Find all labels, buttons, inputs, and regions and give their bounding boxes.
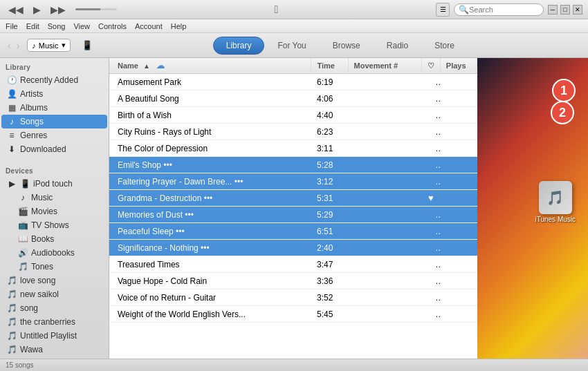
genres-icon: ≡ <box>7 131 17 140</box>
song-name-cell: Significance - Nothing ••• <box>109 240 311 256</box>
menu-account[interactable]: Account <box>135 22 163 30</box>
minimize-button[interactable]: ─ <box>548 5 558 15</box>
sidebar-item-artists[interactable]: 👤 Artists <box>1 87 107 101</box>
song-heart-cell[interactable]: ♡ <box>421 107 440 124</box>
col-time[interactable]: Time <box>311 58 348 74</box>
col-name[interactable]: Name ▲ ☁ <box>109 58 311 74</box>
table-row[interactable]: Amusement Park6:19♡ <box>109 74 477 91</box>
sidebar-item-audiobooks[interactable]: 🔊 Audiobooks <box>1 246 107 260</box>
new-saikol-icon: 🎵 <box>7 289 17 299</box>
sidebar-item-movies[interactable]: 🎬 Movies <box>1 204 107 218</box>
sidebar-label-untitled-playlist: Untitled Playlist <box>20 331 77 341</box>
table-row[interactable]: Grandma - Destruction •••5:31♥ <box>109 190 477 207</box>
table-row[interactable]: Treasured Times3:47♡ <box>109 256 477 273</box>
love-song-icon: 🎵 <box>7 276 17 285</box>
maximize-button[interactable]: □ <box>560 5 570 15</box>
sidebar-item-music[interactable]: ♪ Music <box>1 191 107 204</box>
list-view-icon[interactable]: ☰ <box>436 3 450 17</box>
tab-bar: Library For You Browse Radio Store <box>213 37 468 55</box>
table-row[interactable]: City Ruins - Rays of Light6:23♡ <box>109 124 477 140</box>
song-heart-cell[interactable]: ♡ <box>421 273 440 289</box>
table-row[interactable]: A Beautiful Song4:06♡ <box>109 91 477 107</box>
back-button[interactable]: ‹ <box>6 40 13 51</box>
sidebar-item-songs[interactable]: ♪ Songs <box>1 115 107 129</box>
close-button[interactable]: ✕ <box>573 5 582 15</box>
song-name-cell: Emil's Shop ••• <box>109 157 311 173</box>
untitled-playlist-icon: 🎵 <box>7 331 17 341</box>
prev-button[interactable]: ◀◀ <box>6 3 26 17</box>
song-heart-cell[interactable]: ♡ <box>421 173 440 190</box>
menu-song[interactable]: Song <box>48 22 66 30</box>
menu-file[interactable]: File <box>6 22 18 30</box>
sidebar-item-recently-added[interactable]: 🕐 Recently Added <box>1 73 107 87</box>
sidebar-item-downloaded[interactable]: ⬇ Downloaded <box>1 142 107 156</box>
song-heart-cell[interactable]: ♡ <box>421 223 440 240</box>
sidebar-item-ipod-touch[interactable]: ▶ 📱 iPod touch <box>1 177 107 191</box>
sidebar-item-tv-shows[interactable]: 📺 TV Shows <box>1 218 107 232</box>
sidebar-item-wawa[interactable]: 🎵 Wawa <box>1 343 107 356</box>
sidebar-item-new-saikol[interactable]: 🎵 new saikol <box>1 287 107 301</box>
table-row[interactable]: Faltering Prayer - Dawn Bree... •••3:12♡ <box>109 173 477 190</box>
menu-controls[interactable]: Controls <box>98 22 127 30</box>
search-input[interactable] <box>469 6 539 14</box>
sidebar-item-love-song[interactable]: 🎵 love song <box>1 274 107 287</box>
sidebar-item-albums[interactable]: ▦ Albums <box>1 101 107 115</box>
tab-store[interactable]: Store <box>421 37 468 55</box>
sidebar-label-artists: Artists <box>20 89 43 99</box>
sidebar-item-the-cranberries[interactable]: 🎵 the cranberries <box>1 315 107 329</box>
song-heart-cell[interactable]: ♡ <box>421 91 440 107</box>
table-row[interactable]: Peaceful Sleep •••6:51♡ <box>109 223 477 240</box>
play-button[interactable]: ▶ <box>30 3 44 17</box>
song-heart-cell[interactable]: ♡ <box>421 140 440 157</box>
table-row[interactable]: Voice of no Return - Guitar3:52♡ <box>109 289 477 306</box>
table-row[interactable]: Significance - Nothing •••2:40♡ <box>109 240 477 256</box>
col-heart[interactable]: ♡ <box>421 58 440 74</box>
song-heart-cell[interactable]: ♡ <box>421 74 440 91</box>
song-table-container[interactable]: Name ▲ ☁ Time Movement # ♡ Plays Amuseme… <box>109 58 477 359</box>
heart-icon[interactable]: ♥ <box>428 193 434 203</box>
song-time-cell: 3:52 <box>311 289 348 306</box>
menu-edit[interactable]: Edit <box>26 22 39 30</box>
sidebar-item-books[interactable]: 📖 Books <box>1 232 107 246</box>
forward-button[interactable]: › <box>15 40 22 51</box>
search-box[interactable]: 🔍 <box>454 3 544 16</box>
song-heart-cell[interactable]: ♥ <box>421 190 440 207</box>
song-heart-cell[interactable]: ♡ <box>421 124 440 140</box>
table-row[interactable]: Weight of the World English Vers...5:45♡ <box>109 306 477 323</box>
song-heart-cell[interactable]: ♡ <box>421 306 440 323</box>
menu-help[interactable]: Help <box>171 22 187 30</box>
song-name-cell: Memories of Dust ••• <box>109 207 311 223</box>
song-heart-cell[interactable]: ♡ <box>421 157 440 173</box>
menu-view[interactable]: View <box>73 22 90 30</box>
sidebar-label-audiobooks: Audiobooks <box>31 248 75 258</box>
sidebar-item-untitled-playlist[interactable]: 🎵 Untitled Playlist <box>1 329 107 343</box>
song-heart-cell[interactable]: ♡ <box>421 289 440 306</box>
volume-slider[interactable] <box>75 8 117 10</box>
sidebar-label-genres: Genres <box>20 131 47 140</box>
sidebar-item-tones[interactable]: 🎵 Tones <box>1 260 107 274</box>
col-movement[interactable]: Movement # <box>348 58 421 74</box>
table-row[interactable]: The Color of Depression3:11♡ <box>109 140 477 157</box>
table-row[interactable]: Emil's Shop •••5:28♡ <box>109 157 477 173</box>
itunes-icon[interactable]: 🎵 <box>539 181 572 214</box>
song-movement-cell <box>348 190 421 207</box>
next-button[interactable]: ▶▶ <box>48 3 68 17</box>
sidebar-item-genres[interactable]: ≡ Genres <box>1 129 107 142</box>
song-heart-cell[interactable]: ♡ <box>421 256 440 273</box>
table-row[interactable]: Memories of Dust •••5:29♡ <box>109 207 477 223</box>
tab-library[interactable]: Library <box>213 37 265 55</box>
window-controls: ─ □ ✕ <box>548 5 582 15</box>
tab-radio[interactable]: Radio <box>374 37 421 55</box>
tab-for-you[interactable]: For You <box>264 37 319 55</box>
sidebar-item-song[interactable]: 🎵 song <box>1 301 107 315</box>
song-heart-cell[interactable]: ♡ <box>421 207 440 223</box>
song-name-cell: Faltering Prayer - Dawn Bree... ••• <box>109 173 311 190</box>
song-name-cell: Vague Hope - Cold Rain <box>109 273 311 289</box>
table-row[interactable]: Birth of a Wish4:40♡ <box>109 107 477 124</box>
devices-section-label: Devices <box>0 162 109 177</box>
col-plays[interactable]: Plays <box>440 58 477 74</box>
tab-browse[interactable]: Browse <box>320 37 374 55</box>
source-selector[interactable]: ♪ Music ▾ <box>27 39 70 52</box>
song-heart-cell[interactable]: ♡ <box>421 240 440 256</box>
table-row[interactable]: Vague Hope - Cold Rain3:36♡ <box>109 273 477 289</box>
